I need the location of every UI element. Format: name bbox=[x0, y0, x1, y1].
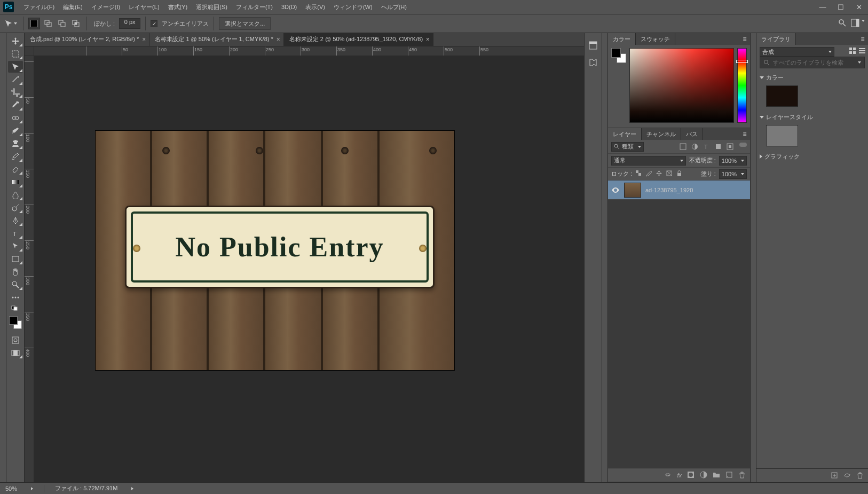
layer-name[interactable]: ad-1238795_1920 bbox=[645, 187, 693, 193]
quick-mask-button[interactable] bbox=[8, 334, 23, 346]
library-layerstyle-swatch[interactable] bbox=[766, 125, 798, 146]
history-panel-icon[interactable] bbox=[587, 40, 599, 51]
ruler-horizontal[interactable]: 50100150200250300350400450500550 bbox=[34, 46, 584, 56]
blend-mode-select[interactable]: 通常 bbox=[611, 156, 686, 166]
lock-transparency-icon[interactable] bbox=[635, 170, 642, 178]
document-tab[interactable]: 名称未設定 1 @ 50% (レイヤー 1, CMYK/8) *× bbox=[149, 33, 283, 46]
layer-mask-icon[interactable] bbox=[687, 471, 695, 480]
edit-toolbar-button[interactable] bbox=[8, 292, 23, 303]
layer-filter-kind-select[interactable]: 種類 bbox=[611, 142, 644, 152]
crop-tool[interactable] bbox=[8, 87, 23, 98]
menu-edit[interactable]: 編集(E) bbox=[59, 0, 87, 14]
library-section-layerstyle[interactable]: レイヤースタイル bbox=[756, 111, 868, 123]
library-search[interactable] bbox=[760, 57, 865, 68]
panel-handle[interactable] bbox=[750, 33, 756, 482]
filter-type-icon[interactable]: T bbox=[702, 143, 711, 151]
filter-smart-icon[interactable] bbox=[725, 143, 734, 151]
ruler-vertical[interactable]: 50100150200250300350400 bbox=[25, 56, 34, 482]
panel-menu-icon[interactable]: ≡ bbox=[739, 35, 750, 43]
history-brush-tool[interactable] bbox=[8, 151, 23, 162]
filter-shape-icon[interactable] bbox=[714, 143, 722, 151]
menu-help[interactable]: ヘルプ(H) bbox=[377, 0, 411, 14]
magic-wand-tool[interactable] bbox=[8, 74, 23, 85]
chevron-down-icon[interactable] bbox=[858, 61, 861, 64]
zoom-tool[interactable] bbox=[8, 279, 23, 291]
document-tab[interactable]: 合成.psd @ 100% (レイヤー 2, RGB/8#) *× bbox=[25, 33, 149, 46]
library-add-icon[interactable] bbox=[831, 472, 838, 480]
dodge-tool[interactable] bbox=[8, 202, 23, 214]
new-selection-button[interactable] bbox=[28, 18, 40, 29]
properties-panel-icon[interactable] bbox=[587, 57, 599, 68]
rectangle-tool[interactable] bbox=[8, 253, 23, 265]
layers-empty-area[interactable] bbox=[608, 200, 750, 468]
opacity-input[interactable]: 100% bbox=[719, 156, 747, 166]
libraries-tab[interactable]: ライブラリ bbox=[756, 33, 796, 45]
intersect-selection-button[interactable] bbox=[70, 18, 82, 29]
library-color-swatch[interactable] bbox=[766, 85, 798, 107]
library-select[interactable]: 合成 bbox=[760, 47, 834, 57]
select-and-mask-button[interactable]: 選択とマスク... bbox=[219, 17, 271, 30]
panel-handle[interactable] bbox=[602, 33, 607, 482]
hue-slider[interactable] bbox=[737, 48, 747, 123]
path-selection-tool[interactable] bbox=[8, 240, 23, 252]
menu-3d[interactable]: 3D(D) bbox=[277, 0, 301, 14]
color-tab[interactable]: カラー bbox=[608, 33, 636, 45]
window-minimize-button[interactable]: ― bbox=[814, 0, 832, 14]
search-icon[interactable] bbox=[838, 19, 847, 28]
chevron-right-icon[interactable] bbox=[131, 487, 133, 490]
lock-all-icon[interactable] bbox=[676, 170, 683, 178]
lock-position-icon[interactable] bbox=[656, 170, 662, 178]
library-delete-icon[interactable] bbox=[856, 472, 864, 480]
delete-layer-icon[interactable] bbox=[738, 471, 746, 480]
lasso-tool[interactable] bbox=[8, 61, 23, 73]
antialias-checkbox[interactable] bbox=[151, 20, 157, 27]
eraser-tool[interactable] bbox=[8, 163, 23, 175]
adjustment-layer-icon[interactable] bbox=[700, 471, 707, 480]
layer-group-icon[interactable] bbox=[713, 471, 720, 480]
panel-menu-icon[interactable]: ≡ bbox=[857, 35, 868, 43]
document-tab[interactable]: 名称未設定 2 @ 50% (ad-1238795_1920, CMYK/8) … bbox=[284, 33, 433, 46]
lock-image-icon[interactable] bbox=[645, 170, 652, 178]
healing-brush-tool[interactable] bbox=[8, 112, 23, 124]
subtract-from-selection-button[interactable] bbox=[56, 18, 68, 29]
status-filesize[interactable]: ファイル : 5.72M/7.91M bbox=[55, 484, 117, 492]
pen-tool[interactable] bbox=[8, 215, 23, 226]
lock-artboard-icon[interactable] bbox=[666, 170, 673, 178]
clone-stamp-tool[interactable] bbox=[8, 138, 23, 150]
feather-input[interactable]: 0 px bbox=[119, 18, 140, 29]
screen-mode-button[interactable] bbox=[8, 347, 23, 359]
menu-file[interactable]: ファイル(F) bbox=[19, 0, 59, 14]
layers-tab[interactable]: レイヤー bbox=[608, 128, 642, 140]
layer-fx-icon[interactable]: fx bbox=[677, 472, 682, 479]
library-sync-icon[interactable] bbox=[843, 472, 851, 480]
close-icon[interactable]: × bbox=[426, 36, 430, 43]
menu-filter[interactable]: フィルター(T) bbox=[232, 0, 277, 14]
panel-menu-icon[interactable]: ≡ bbox=[739, 130, 750, 138]
layer-visibility-icon[interactable] bbox=[611, 186, 620, 194]
chevron-right-icon[interactable] bbox=[31, 487, 33, 490]
blur-tool[interactable] bbox=[8, 189, 23, 201]
marquee-tool[interactable] bbox=[8, 48, 23, 60]
default-colors-icon[interactable] bbox=[8, 304, 23, 312]
filter-adjust-icon[interactable] bbox=[690, 143, 699, 151]
fill-input[interactable]: 100% bbox=[719, 169, 747, 179]
channels-tab[interactable]: チャンネル bbox=[642, 128, 681, 140]
close-icon[interactable]: × bbox=[142, 36, 146, 43]
layer-thumbnail[interactable] bbox=[624, 183, 641, 198]
brush-tool[interactable] bbox=[8, 125, 23, 137]
new-layer-icon[interactable] bbox=[725, 471, 733, 480]
filter-toggle[interactable] bbox=[739, 143, 747, 147]
color-spectrum[interactable] bbox=[629, 48, 734, 123]
foreground-background-colors[interactable] bbox=[8, 315, 23, 330]
close-icon[interactable]: × bbox=[277, 36, 280, 43]
canvas-viewport[interactable]: No Public Entry bbox=[34, 56, 584, 482]
library-search-input[interactable] bbox=[773, 59, 854, 66]
menu-view[interactable]: 表示(V) bbox=[301, 0, 329, 14]
gradient-tool[interactable] bbox=[8, 176, 23, 188]
color-panel-fgbg[interactable] bbox=[611, 48, 626, 63]
menu-window[interactable]: ウィンドウ(W) bbox=[329, 0, 377, 14]
library-list-view-icon[interactable] bbox=[858, 47, 866, 56]
status-zoom[interactable]: 50% bbox=[5, 485, 17, 492]
menu-type[interactable]: 書式(Y) bbox=[164, 0, 192, 14]
hand-tool[interactable] bbox=[8, 266, 23, 278]
